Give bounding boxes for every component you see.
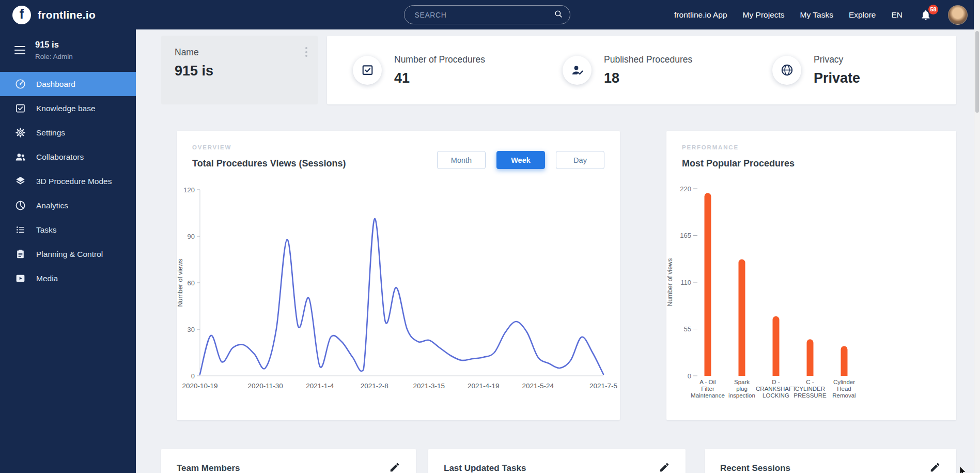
sidebar-item-tasks[interactable]: Tasks [0,218,136,242]
nav-my-projects[interactable]: My Projects [743,10,785,20]
svg-text:110: 110 [680,279,691,286]
overview-card-header: OVERVIEW Total Procedures Views (Session… [192,144,604,169]
mouse-cursor-icon [959,466,968,473]
svg-text:2020-10-19: 2020-10-19 [182,382,217,390]
edit-pencil-icon [659,467,670,473]
sidebar-header: 915 is Role: Admin [0,29,136,60]
language-selector[interactable]: EN [891,10,903,20]
svg-text:PRESSURE: PRESSURE [794,392,827,399]
team-members-card: Team Members [161,449,416,473]
svg-text:120: 120 [183,186,195,194]
svg-text:60: 60 [188,279,195,287]
workspace-info: 915 is Role: Admin [35,40,73,60]
edit-recent-sessions-button[interactable] [929,462,941,473]
sidebar-item-settings[interactable]: Settings [0,120,136,145]
svg-text:CRANKSHAFT: CRANKSHAFT [756,386,796,392]
dashboard-icon [14,78,26,90]
sidebar-item-label: Media [36,274,58,283]
svg-text:plug: plug [736,386,748,392]
svg-text:A - Oil: A - Oil [699,379,715,385]
charts-row: OVERVIEW Total Procedures Views (Session… [177,131,956,420]
sidebar-item-media[interactable]: Media [0,266,136,291]
sidebar-item-analytics[interactable]: Analytics [0,193,136,218]
sidebar-item-label: Analytics [36,201,68,210]
nav-my-tasks[interactable]: My Tasks [800,10,833,20]
name-value: 915 is [175,63,304,79]
sidebar-item-planning-control[interactable]: Planning & Control [0,242,136,266]
name-card: Name 915 is [161,36,318,104]
stat-text: Published Procedures 18 [604,54,692,86]
search-input[interactable] [414,10,550,20]
overview-titles: OVERVIEW Total Procedures Views (Session… [192,144,346,169]
performance-card: PERFORMANCE Most Popular Procedures 0551… [666,131,956,420]
sidebar-item-collaborators[interactable]: Collaborators [0,145,136,169]
layers-icon [14,175,26,187]
stat-value: 18 [604,70,692,86]
stat-published-procedures: Published Procedures 18 [537,54,746,86]
svg-text:2021-2-8: 2021-2-8 [361,382,388,390]
scrollbar[interactable] [974,0,980,473]
svg-text:2020-11-30: 2020-11-30 [248,382,283,390]
edit-last-updated-tasks-button[interactable] [659,462,670,473]
sidebar-item-3d-procedure-modes[interactable]: 3D Procedure Modes [0,169,136,193]
svg-text:C -: C - [806,379,814,385]
svg-text:Maintenance: Maintenance [691,392,725,399]
svg-text:2021-3-15: 2021-3-15 [413,382,445,390]
stat-label: Privacy [814,54,860,65]
svg-text:Head: Head [837,386,851,392]
svg-text:Filter: Filter [701,386,714,392]
overview-section-label: OVERVIEW [192,144,346,150]
brand[interactable]: f frontline.io [12,6,96,24]
workspace-role: Role: Admin [35,53,73,60]
nav-frontline-app[interactable]: frontline.io App [674,10,727,20]
stat-value: 41 [394,70,485,86]
brand-name: frontline.io [38,9,96,21]
nav-explore[interactable]: Explore [849,10,876,20]
stat-text: Number of Procedures 41 [394,54,485,86]
topbar: f frontline.io frontline.io App My Proje… [0,0,974,29]
edit-pencil-icon [389,467,400,473]
workspace-name: 915 is [35,40,73,50]
day-button[interactable]: Day [556,151,604,169]
sidebar-toggle-button[interactable] [13,44,26,57]
frontline-logo-icon: f [12,6,31,24]
scrollbar-thumb[interactable] [975,31,979,113]
team-members-title: Team Members [177,463,240,473]
stat-label: Published Procedures [604,54,692,65]
svg-text:0: 0 [191,372,195,380]
search-icon[interactable] [554,9,563,21]
list-icon [14,224,26,236]
clipboard-icon [14,248,26,260]
svg-text:2021-5-24: 2021-5-24 [522,382,554,390]
bell-icon [920,14,931,23]
svg-text:90: 90 [188,233,195,240]
overview-title: Total Procedures Views (Sessions) [192,158,346,169]
edit-pencil-icon [929,467,941,473]
svg-text:165: 165 [680,232,691,239]
recent-sessions-title: Recent Sessions [720,463,790,473]
stat-text: Privacy Private [814,54,860,86]
kebab-menu-button[interactable] [302,44,310,60]
performance-titles: PERFORMANCE Most Popular Procedures [682,144,795,169]
person-check-icon [563,56,592,85]
procedures-check-icon [353,56,382,85]
sidebar-item-dashboard[interactable]: Dashboard [0,72,136,96]
gear-icon [14,127,26,139]
svg-text:0: 0 [688,372,691,380]
svg-text:Number of views: Number of views [177,258,184,307]
topnav: frontline.io App My Projects My Tasks Ex… [674,5,968,25]
user-avatar[interactable] [948,5,968,25]
sidebar-item-label: 3D Procedure Modes [36,177,112,186]
month-button[interactable]: Month [437,151,486,169]
performance-title: Most Popular Procedures [682,158,795,169]
notification-badge: 58 [928,5,938,14]
sidebar-item-label: Dashboard [36,80,75,89]
recent-sessions-card: Recent Sessions [705,449,956,473]
notifications-button[interactable]: 58 [920,9,932,21]
search-box[interactable] [404,5,570,24]
svg-text:30: 30 [188,326,195,333]
week-button[interactable]: Week [496,151,545,169]
edit-team-members-button[interactable] [389,462,400,473]
sidebar-item-knowledge-base[interactable]: Knowledge base [0,96,136,120]
sidebar-item-label: Knowledge base [36,104,96,113]
